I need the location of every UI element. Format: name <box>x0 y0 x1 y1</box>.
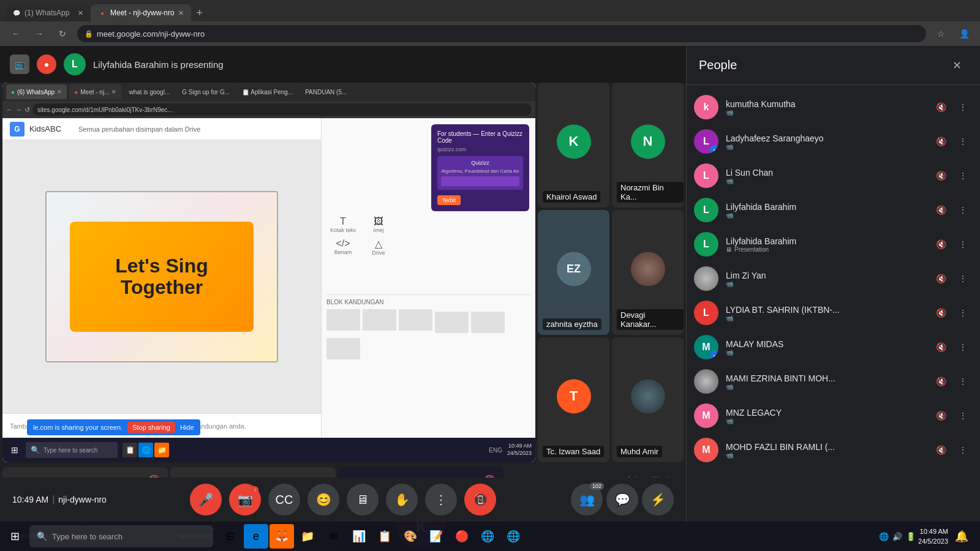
address-input[interactable]: 🔒 meet.google.com/nji-dyww-nro <box>77 25 926 42</box>
activities-button[interactable]: ⚡ <box>642 484 674 515</box>
block-4 <box>435 312 469 333</box>
mnz-info: MNZ LEGACY 📹 <box>726 408 924 424</box>
reload-button[interactable]: ↻ <box>54 25 71 42</box>
kumutha-mute-btn[interactable]: 🔇 <box>931 97 951 117</box>
person-item-lilyfahida1[interactable]: L Lilyfahida Barahim 📹 🔇 ⋮ <box>687 193 980 227</box>
mnz-more-btn[interactable]: ⋮ <box>953 406 973 425</box>
khairol-avatar: K <box>557 124 591 159</box>
lydia-mute-btn[interactable]: 🔇 <box>931 303 951 323</box>
quizizz-content: Quizizz Algoritma, Psuedokod dan Carta A… <box>437 156 523 190</box>
person-item-ladyhafeez[interactable]: L ● Ladyhafeez Saranghaeyo 📹 🔇 ⋮ <box>687 124 980 159</box>
stop-sharing-button[interactable]: Stop sharing <box>127 422 175 433</box>
person-item-limziyan[interactable]: Lim Zi Yan 📹 🔇 ⋮ <box>687 261 980 296</box>
lisunchan-more-btn[interactable]: ⋮ <box>953 166 973 186</box>
person-item-lisunchan[interactable]: L Li Sun Chan 📹 🔇 ⋮ <box>687 159 980 193</box>
inner-app-2: 🌐 <box>138 443 153 457</box>
quizizz-subtitle: Algoritma, Psuedokod dan Carta Air <box>441 168 519 174</box>
block-5 <box>471 312 505 333</box>
presenter-bar: 📺 ● L Lilyfahida Barahim is presenting <box>0 46 686 83</box>
win-powerpoint[interactable]: 📋 <box>372 524 397 549</box>
tab-meet-close[interactable]: ✕ <box>178 9 184 17</box>
lilyfahida1-more-btn[interactable]: ⋮ <box>953 200 973 220</box>
inner-reload: ↺ <box>24 106 30 114</box>
block-3 <box>399 309 432 331</box>
mami-more-btn[interactable]: ⋮ <box>953 372 973 391</box>
people-count-button[interactable]: 👥 102 <box>571 484 603 515</box>
win-chrome2[interactable]: 🌐 <box>501 524 526 549</box>
win-task-view[interactable]: ⊟ <box>218 524 243 549</box>
mami-actions: 🔇 ⋮ <box>931 372 973 391</box>
slide-tools-panel: For students — Enter a Quizizz Code quiz… <box>321 118 535 438</box>
forward-button[interactable]: → <box>31 25 48 42</box>
inner-address-url: sites.google.com/d/1mUlPnb0aki0jTKv-3brN… <box>37 107 173 113</box>
win-paint[interactable]: 🎨 <box>398 524 423 549</box>
hide-button[interactable]: Hide <box>180 424 194 431</box>
inner-address-input: sites.google.com/d/1mUlPnb0aki0jTKv-3brN… <box>32 103 532 116</box>
win-excel[interactable]: 📊 <box>347 524 371 549</box>
mohd-fazli-name: MOHD FAZLI BIN RAMLI (... <box>726 442 924 452</box>
mute-button[interactable]: 🎤 <box>190 484 222 515</box>
inner-tab-meet-close: ✕ <box>111 89 116 95</box>
inner-time: 10:49 AM 24/5/2023 <box>507 443 532 457</box>
mohd-fazli-more-btn[interactable]: ⋮ <box>953 440 973 460</box>
limziyan-mute-btn[interactable]: 🔇 <box>931 269 951 288</box>
mami-mute-btn[interactable]: 🔇 <box>931 372 951 391</box>
person-item-lilyfahida2[interactable]: L Lilyfahida Barahim 🖥 Presentation 🔇 ⋮ <box>687 227 980 261</box>
win-notification-center[interactable]: 🔔 <box>951 525 973 547</box>
limziyan-more-btn[interactable]: ⋮ <box>953 269 973 288</box>
win-mail[interactable]: ✉ <box>321 524 345 549</box>
win-edge[interactable]: e <box>244 524 268 549</box>
windows-search[interactable]: 🔍 Type here to search <box>29 525 213 547</box>
stop-sharing-desc: le.com is sharing your screen. <box>33 424 123 431</box>
win-firefox2[interactable]: 🔴 <box>450 524 474 549</box>
malay-mute-btn[interactable]: 🔇 <box>931 337 951 357</box>
win-word[interactable]: 📝 <box>424 524 448 549</box>
captions-button[interactable]: CC <box>268 484 300 515</box>
back-button[interactable]: ← <box>7 25 24 42</box>
ladyhafeez-more-btn[interactable]: ⋮ <box>953 132 973 151</box>
slide-big-text: Let's SingTogether <box>115 255 208 298</box>
malay-more-btn[interactable]: ⋮ <box>953 337 973 357</box>
tab-whatsapp[interactable]: 💬 (1) WhatsApp ✕ <box>5 4 91 21</box>
lilyfahida2-more-btn[interactable]: ⋮ <box>953 234 973 254</box>
emoji-button[interactable]: 😊 <box>307 484 339 515</box>
win-firefox[interactable]: 🦊 <box>270 524 294 549</box>
person-item-mohd-fazli[interactable]: M MOHD FAZLI BIN RAMLI (... 📹 🔇 ⋮ <box>687 433 980 467</box>
mnz-mute-btn[interactable]: 🔇 <box>931 406 951 425</box>
mohd-fazli-mute-btn[interactable]: 🔇 <box>931 440 951 460</box>
more-options-button[interactable]: ⋮ <box>425 484 457 515</box>
person-item-lydia[interactable]: L LYDIA BT. SAHRIN (IKTBN-... 📹 🔇 ⋮ <box>687 296 980 330</box>
lilyfahida1-mute-btn[interactable]: 🔇 <box>931 200 951 220</box>
inner-search-bar: 🔍 Type here to search <box>26 442 118 458</box>
ladyhafeez-info: Ladyhafeez Saranghaeyo 📹 <box>726 133 924 150</box>
bookmark-button[interactable]: ☆ <box>932 25 949 42</box>
person-item-kumutha[interactable]: k kumutha Kumutha 📹 🔇 ⋮ <box>687 90 980 124</box>
lisunchan-status: 📹 <box>726 178 924 184</box>
lilyfahida2-name: Lilyfahida Barahim <box>726 236 924 246</box>
profile-button[interactable]: 👤 <box>956 25 973 42</box>
lisunchan-mute-btn[interactable]: 🔇 <box>931 166 951 186</box>
inner-app-1: 📋 <box>123 443 137 457</box>
end-call-button[interactable]: 📵 <box>464 484 496 515</box>
ladyhafeez-mute-btn[interactable]: 🔇 <box>931 132 951 151</box>
panel-close-button[interactable]: ✕ <box>946 54 968 77</box>
win-folder[interactable]: 📁 <box>295 524 320 549</box>
lilyfahida2-mute-btn[interactable]: 🔇 <box>931 234 951 254</box>
new-tab-button[interactable]: + <box>191 4 208 21</box>
windows-start-button[interactable]: ⊞ <box>0 522 29 551</box>
kumutha-more-btn[interactable]: ⋮ <box>953 97 973 117</box>
raise-hand-button[interactable]: ✋ <box>386 484 418 515</box>
lydia-more-btn[interactable]: ⋮ <box>953 303 973 323</box>
chat-button[interactable]: 💬 <box>606 484 638 515</box>
app-header: G KidsABC Semua perubahan disimpan dalam… <box>2 118 321 140</box>
block-6 <box>326 338 360 359</box>
person-item-mami[interactable]: MAMI EZRINA BINTI MOH... 📹 🔇 ⋮ <box>687 364 980 399</box>
publish-btn[interactable]: Terbit <box>437 195 461 205</box>
win-chrome[interactable]: 🌐 <box>475 524 500 549</box>
limziyan-info: Lim Zi Yan 📹 <box>726 271 924 287</box>
tab-whatsapp-close[interactable]: ✕ <box>78 9 83 17</box>
present-button[interactable]: 🖥 <box>347 484 379 515</box>
person-item-malay[interactable]: M ● MALAY MIDAS 📹 🔇 ⋮ <box>687 330 980 364</box>
tab-meet[interactable]: ● Meet - nji-dyww-nro ✕ <box>91 4 191 21</box>
person-item-mnz[interactable]: M MNZ LEGACY 📹 🔇 ⋮ <box>687 399 980 433</box>
